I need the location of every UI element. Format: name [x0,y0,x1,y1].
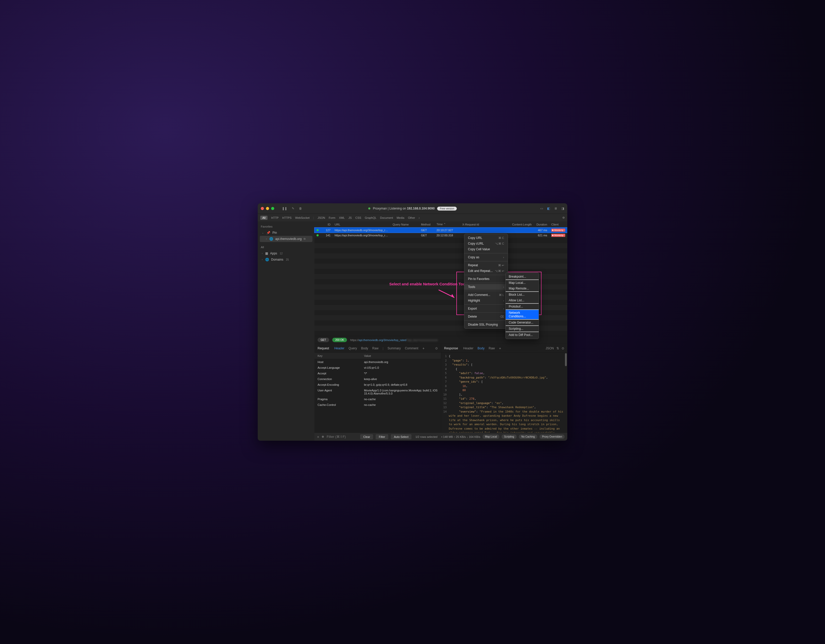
plus-icon[interactable]: + [317,435,319,439]
mi-map-remote[interactable]: Map Remote... [506,286,539,291]
tab-raw[interactable]: Raw [488,346,495,350]
context-menu[interactable]: Copy URL⌘ C Copy cURL⌥⌘ C Copy Cell Valu… [464,234,508,329]
pill-proxy-overridden[interactable]: Proxy Overridden [539,434,565,439]
mi-protobuf[interactable]: Protobuf... [506,304,539,309]
external-link-icon[interactable]: ⧉ [304,237,306,241]
header-row[interactable]: Accept-Languagevi-US;q=1.0 [314,365,441,371]
expand-icon[interactable]: ⊙ [435,346,438,350]
json-viewer[interactable]: 1{2 "page": 1,3 "results": [4 {5 "adult"… [441,353,567,432]
auto-select-button[interactable]: Auto Select [391,434,411,439]
clear-button[interactable]: Clear [360,434,373,439]
filter-form[interactable]: Form [329,216,335,219]
tab-header[interactable]: Header [463,346,473,350]
filter-button[interactable]: Filter [375,434,388,439]
zoom-icon[interactable] [271,207,274,210]
col-x-request-id[interactable]: X-Request-Id [460,223,508,226]
filter-json[interactable]: JSON [318,216,325,219]
close-icon[interactable] [261,207,264,210]
scrollbar-thumb[interactable] [565,353,567,366]
sidebar-pinned-domain[interactable]: › 🌐 api.themoviedb.org ⧉ [260,236,312,242]
filter-js[interactable]: JS [349,216,352,219]
mi-export[interactable]: Export› [464,306,508,311]
mi-add-diff-pool[interactable]: Add to Diff Pool... [506,332,539,338]
col-id[interactable]: ID [320,223,332,226]
tab-body[interactable]: Body [477,346,485,350]
filter-http[interactable]: HTTP [271,216,279,219]
expand-icon[interactable]: ⊙ [562,346,564,350]
mi-copy-cell[interactable]: Copy Cell Value [464,246,508,252]
tab-header[interactable]: Header [334,346,345,350]
table-row[interactable]: 127 https://api.themoviedb.org/3/movie/t… [314,227,567,233]
header-row[interactable]: Cache-Controlno-cache [314,402,441,408]
mi-block-list[interactable]: Block List... [506,292,539,298]
filter-websocket[interactable]: WebSocket [295,216,310,219]
filter-document[interactable]: Document [380,216,393,219]
mi-scripting[interactable]: Scripting... [506,326,539,332]
pill-no-caching[interactable]: No Caching [519,434,538,439]
columns-icon[interactable]: ◧ [547,207,550,210]
mi-code-generator[interactable]: Code Generator... [506,320,539,325]
pause-icon[interactable]: ❚❚ [282,207,287,210]
mi-tools[interactable]: Tools› [464,284,508,290]
mi-breakpoint[interactable]: Breakpoint... [506,274,539,280]
filter-other[interactable]: Other [408,216,415,219]
monitor-icon[interactable]: 🖥 [554,207,557,210]
header-row[interactable]: User-AgentMovieApp/1.0 (com.hangnguyeenx… [314,388,441,396]
pill-scripting[interactable]: Scripting [502,434,517,439]
tab-body[interactable]: Body [361,346,368,350]
col-duration[interactable]: Duration [534,223,549,226]
sidebar-pin-group[interactable]: ⌄ 📌 Pin [260,230,312,236]
mi-map-local[interactable]: Map Local... [506,280,539,286]
filter-all[interactable]: All [260,216,267,220]
mi-repeat[interactable]: Repeat⌘ ↩ [464,263,508,268]
tools-submenu[interactable]: Breakpoint... Map Local... Map Remote...… [505,272,539,339]
sidebar-right-icon[interactable]: ◨ [561,207,564,210]
header-row[interactable]: Pragmano-cache [314,396,441,402]
pill-map-local[interactable]: Map Local [482,434,499,439]
header-row[interactable]: Hostapi.themoviedb.org [314,359,441,365]
window-icon[interactable]: ▭ [540,207,543,210]
mi-allow-list[interactable]: Allow List... [506,298,539,303]
mi-edit-repeat[interactable]: Edit and Repeat...⌥⌘ ↩ [464,268,508,274]
header-row[interactable]: Accept-Encodingbr;q=1.0, gzip;q=0.9, def… [314,382,441,388]
mi-disable-ssl[interactable]: Disable SSL Proxying [464,322,508,327]
header-row[interactable]: Accept*/* [314,371,441,376]
mi-network-conditions[interactable]: Network Conditions... [506,310,539,319]
col-method[interactable]: Method [419,223,434,226]
mi-copy-url[interactable]: Copy URL⌘ C [464,235,508,241]
filter-icon[interactable]: ⊕ [322,435,324,439]
plus-icon[interactable]: + [499,346,501,351]
tab-query[interactable]: Query [349,346,357,350]
mi-copy-curl[interactable]: Copy cURL⌥⌘ C [464,241,508,246]
filter-https[interactable]: HTTPS [282,216,292,219]
compose-icon[interactable]: ✎ [292,207,294,210]
filter-media[interactable]: Media [397,216,404,219]
plus-icon[interactable]: + [423,346,425,351]
chevron-up-down-icon[interactable]: ⇅ [556,346,559,350]
col-url[interactable]: URL [332,223,391,226]
minimize-icon[interactable] [266,207,269,210]
col-time[interactable]: Time ⌃ [434,223,460,226]
filter-css[interactable]: CSS [355,216,361,219]
tab-comment[interactable]: Comment [405,346,419,350]
tab-summary[interactable]: Summary [388,346,401,350]
sidebar-domains[interactable]: › 🌐 Domains 25 [260,256,312,263]
mi-highlight[interactable]: Highlight› [464,298,508,303]
mi-add-comment[interactable]: Add Comment...⌘ L [464,292,508,298]
col-client[interactable]: Client [549,223,567,226]
col-query-name[interactable]: Query Name [391,223,419,226]
minus-circle-icon[interactable]: ⊖ [562,216,565,219]
sidebar-apps[interactable]: › ▦ Apps 12 [260,250,312,256]
tab-raw[interactable]: Raw [372,346,379,350]
filter-xml[interactable]: XML [339,216,345,219]
mi-copy-as[interactable]: Copy as› [464,255,508,260]
mi-delete[interactable]: Delete⌫ [464,314,508,320]
col-content-length[interactable]: Content-Length [508,223,534,226]
trash-icon[interactable]: 🗑 [299,207,302,210]
table-row[interactable]: 141 https://api.themoviedb.org/3/movie/t… [314,233,567,238]
header-row[interactable]: Connectionkeep-alive [314,376,441,382]
mi-pin[interactable]: Pin to Favorites [464,276,508,282]
format-label[interactable]: JSON [545,346,554,350]
filter-graphql[interactable]: GraphQL [365,216,376,219]
chevron-right-icon[interactable]: › [419,216,420,219]
